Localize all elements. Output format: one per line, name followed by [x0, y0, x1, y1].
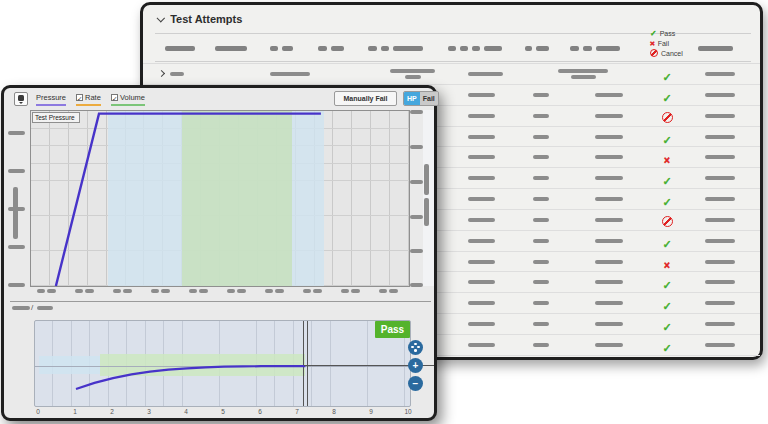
- redacted-cell: [533, 155, 549, 159]
- chart-options-button[interactable]: [14, 92, 28, 106]
- redacted-x-tick: [151, 289, 159, 293]
- redacted-cell: [533, 301, 549, 305]
- status-cell: ✓: [657, 88, 677, 106]
- series-toggle-volume[interactable]: ✓ Volume: [111, 93, 145, 106]
- redacted-column-header: [393, 46, 423, 51]
- options-dot-icon: [18, 95, 24, 101]
- redacted-cell: [595, 280, 623, 284]
- overview-chart-plot[interactable]: [34, 320, 411, 407]
- redacted-cell: [705, 280, 735, 284]
- hp-fail-button[interactable]: HP Fail: [403, 91, 439, 106]
- series-toggle-rate[interactable]: ✓ Rate: [76, 93, 101, 106]
- redacted-column-header: [583, 46, 592, 51]
- redacted-cell: [595, 93, 623, 97]
- redacted-cell: [595, 239, 623, 243]
- label-slash: /: [31, 303, 33, 312]
- redacted-cell: [533, 135, 549, 139]
- redacted-column-header: [570, 46, 579, 51]
- expand-chevron-icon[interactable]: [158, 70, 165, 77]
- volume-checkbox[interactable]: ✓: [111, 94, 118, 101]
- status-icon-pass: ✓: [662, 238, 671, 250]
- redacted-column-header: [536, 46, 549, 51]
- x-tick-label: 4: [180, 408, 192, 415]
- status-icon-cancel: [662, 216, 673, 227]
- series-box-label: Test Pressure: [32, 112, 80, 123]
- zoom-out-button[interactable]: −: [408, 376, 423, 391]
- redacted-x-tick: [351, 289, 360, 293]
- redacted-x-tick: [189, 289, 197, 293]
- chart-divider: [10, 301, 431, 302]
- pressure-label: Pressure: [36, 93, 66, 102]
- redacted-cell: [533, 239, 549, 243]
- redacted-column-header: [331, 46, 344, 51]
- redacted-cell: [705, 239, 735, 243]
- pressure-chart-plot[interactable]: Test Pressure: [30, 110, 410, 287]
- redacted-cell: [705, 93, 735, 97]
- redacted-cell: [468, 114, 495, 118]
- redacted-cell: [595, 135, 623, 139]
- redacted-label: [37, 306, 53, 310]
- redacted-y2-axis-title: [424, 198, 429, 226]
- redacted-cell: [705, 322, 735, 326]
- rate-label: Rate: [85, 93, 101, 102]
- redacted-cell: [468, 72, 503, 76]
- redacted-cell: [533, 280, 549, 284]
- status-cell: ×: [657, 150, 677, 168]
- status-cell: ×: [657, 255, 677, 273]
- redacted-cell: [705, 301, 735, 305]
- redacted-cell: [468, 343, 495, 347]
- status-cell: [657, 213, 677, 231]
- zoom-in-button[interactable]: +: [408, 358, 423, 373]
- status-icon-pass: ✓: [650, 29, 657, 38]
- status-cell: ✓: [657, 317, 677, 335]
- redacted-cell: [533, 260, 549, 264]
- redacted-x-tick: [265, 289, 273, 293]
- redacted-y-tick: [8, 131, 25, 135]
- redacted-cell: [468, 197, 495, 201]
- redacted-x-tick: [199, 289, 208, 293]
- redacted-y-tick: [8, 283, 25, 287]
- redacted-column-header: [484, 46, 502, 51]
- pressure-curve: [31, 111, 409, 286]
- section-header[interactable]: Test Attempts: [157, 13, 242, 25]
- series-toggle-pressure[interactable]: Pressure: [36, 93, 66, 106]
- status-cell: ✓: [657, 234, 677, 252]
- manually-fail-button[interactable]: Manually Fail: [334, 91, 397, 106]
- redacted-column-header: [270, 46, 278, 51]
- status-icon-pass: ✓: [662, 321, 671, 333]
- redacted-y2-tick: [410, 180, 423, 184]
- redacted-y2-tick: [410, 215, 423, 219]
- x-tick-label: 10: [402, 408, 414, 415]
- rate-checkbox[interactable]: ✓: [76, 94, 83, 101]
- redacted-cell: [533, 93, 549, 97]
- x-tick-label: 6: [254, 408, 266, 415]
- x-tick-label: 5: [217, 408, 229, 415]
- reset-view-button[interactable]: [408, 340, 423, 355]
- redacted-column-header: [165, 46, 195, 51]
- redacted-y2-axis-title: [424, 164, 429, 195]
- x-tick-label: 9: [365, 408, 377, 415]
- status-icon-cancel: [650, 49, 658, 57]
- result-badge: Pass: [375, 321, 410, 338]
- collapse-chevron-icon[interactable]: [156, 14, 165, 23]
- redacted-column-header: [282, 46, 293, 51]
- status-icon-pass: ✓: [662, 71, 671, 83]
- redacted-x-tick: [303, 289, 311, 293]
- redacted-cell: [468, 93, 495, 97]
- legend-item-cancel: Cancel: [650, 48, 683, 58]
- x-tick-label: 7: [291, 408, 303, 415]
- redacted-cell: [468, 218, 495, 222]
- redacted-x-tick: [85, 289, 94, 293]
- reset-view-icon: [411, 343, 420, 352]
- redacted-y2-tick: [410, 249, 423, 253]
- redacted-cell: [170, 72, 184, 76]
- redacted-cell: [705, 343, 735, 347]
- status-icon-pass: ✓: [662, 196, 671, 208]
- redacted-column-header: [381, 46, 389, 51]
- status-icon-pass: ✓: [662, 300, 671, 312]
- redacted-x-tick: [389, 289, 398, 293]
- redacted-cell: [705, 197, 735, 201]
- status-icon-fail: ×: [650, 39, 655, 48]
- redacted-cell: [595, 343, 623, 347]
- table-row[interactable]: ✓: [143, 64, 760, 85]
